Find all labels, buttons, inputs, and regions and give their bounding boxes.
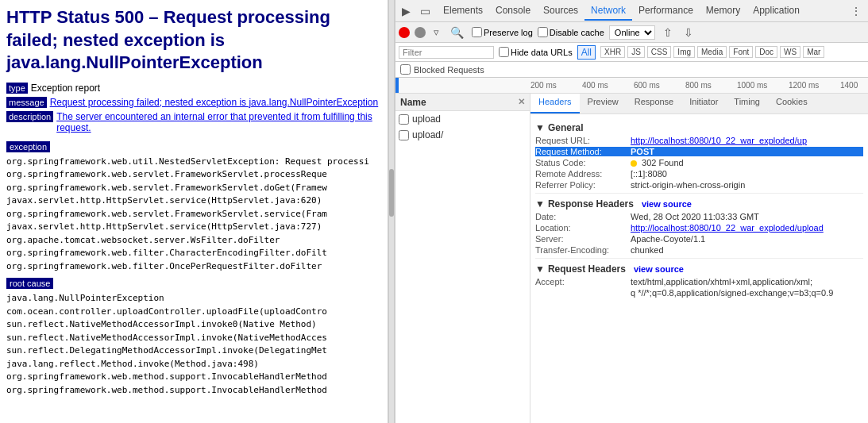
timeline-bar: 200 ms400 ms600 ms800 ms1000 ms1200 ms14…	[395, 78, 868, 94]
export-icon[interactable]: ⇧	[660, 25, 676, 40]
filter-input[interactable]	[399, 46, 494, 59]
timeline-tick: 1400	[840, 81, 868, 90]
filter-pill-ws[interactable]: WS	[780, 46, 800, 58]
inspect-icon[interactable]: ▶	[399, 3, 414, 19]
request-view-source[interactable]: view source	[634, 264, 684, 274]
type-row: type Exception report	[6, 83, 381, 94]
scrollbar-thumb[interactable]	[389, 169, 394, 217]
detail-tab-preview[interactable]: Preview	[580, 94, 627, 113]
tab-performance[interactable]: Performance	[632, 2, 700, 21]
timeline-progress	[395, 78, 399, 93]
accept2-row: q *//*;q=0.8,application/signed-exchange…	[535, 288, 863, 298]
divider2	[535, 258, 863, 259]
message-link[interactable]: Request processing failed; nested except…	[50, 97, 379, 108]
filter-bar: Hide data URLs All XHRJSCSSImgMediaFontD…	[395, 43, 868, 62]
details-body: ▼ General Request URL: http://localhost:…	[530, 114, 868, 302]
network-toolbar: ▿ 🔍 Preserve log Disable cache Online ⇧ …	[395, 22, 868, 43]
disable-cache-label[interactable]: Disable cache	[538, 27, 604, 37]
disable-cache-checkbox[interactable]	[538, 27, 548, 37]
devtools-top-bar: ▶ ▭ ElementsConsoleSourcesNetworkPerform…	[395, 0, 868, 22]
detail-tab-response[interactable]: Response	[627, 94, 682, 113]
message-value: Request processing failed; nested except…	[50, 97, 379, 108]
request-headers-title: ▼ Request Headers view source	[535, 263, 863, 275]
root-cause-trace: java.lang.NullPointerException com.ocean…	[6, 292, 381, 397]
timeline-tick: 400 ms	[582, 81, 634, 90]
server-row: Server: Apache-Coyote/1.1	[535, 234, 863, 244]
status-code-row: Status Code: 302 Found	[535, 158, 863, 167]
filter-all[interactable]: All	[577, 45, 596, 60]
divider1	[535, 193, 863, 194]
devtools-panel: ▶ ▭ ElementsConsoleSourcesNetworkPerform…	[395, 0, 868, 423]
name-checkbox-1[interactable]	[399, 130, 409, 140]
accept-row: Accept: text/html,application/xhtml+xml,…	[535, 277, 863, 286]
search-button[interactable]: 🔍	[447, 25, 467, 40]
filter-pill-font[interactable]: Font	[729, 46, 753, 58]
timeline-tick: 200 ms	[530, 81, 582, 90]
type-label: type	[6, 83, 28, 94]
top-tabs: ElementsConsoleSourcesNetworkPerformance…	[437, 2, 806, 21]
exception-label: exception	[6, 141, 50, 152]
description-value: The server encountered an internal error…	[56, 111, 381, 133]
timeline-tick: 600 ms	[634, 81, 685, 90]
detail-tab-timing[interactable]: Timing	[726, 94, 768, 113]
stop-button[interactable]	[415, 27, 426, 38]
name-checkbox-0[interactable]	[399, 114, 409, 125]
timeline-tick: 800 ms	[685, 81, 737, 90]
filter-pill-doc[interactable]: Doc	[755, 46, 777, 58]
tab-console[interactable]: Console	[489, 2, 537, 21]
page-title: HTTP Status 500 – Request processing fai…	[6, 6, 381, 75]
filter-button[interactable]: ▿	[430, 25, 442, 40]
import-icon[interactable]: ⇩	[681, 25, 696, 40]
preserve-log-checkbox[interactable]	[472, 27, 482, 37]
timeline-tick: 1200 ms	[789, 81, 840, 90]
date-row: Date: Wed, 28 Oct 2020 11:03:33 GMT	[535, 212, 863, 221]
request-headers-collapse[interactable]: ▼	[535, 263, 545, 275]
detail-tab-cookies[interactable]: Cookies	[768, 94, 816, 113]
throttle-select[interactable]: Online	[609, 25, 655, 40]
general-collapse[interactable]: ▼	[535, 122, 545, 133]
name-item-1[interactable]: upload/	[395, 127, 530, 143]
filter-pill-mar[interactable]: Mar	[803, 46, 824, 58]
general-section-title: ▼ General	[535, 122, 863, 133]
filter-pill-css[interactable]: CSS	[647, 46, 672, 58]
filter-pills: XHRJSCSSImgMediaFontDocWSMar	[600, 46, 824, 58]
name-list: uploadupload/	[395, 111, 530, 143]
device-icon[interactable]: ▭	[417, 3, 434, 19]
hide-data-urls-checkbox[interactable]	[499, 47, 509, 57]
root-cause-label: root cause	[6, 278, 53, 289]
description-link[interactable]: The server encountered an internal error…	[56, 111, 372, 133]
response-headers-title: ▼ Response Headers view source	[535, 198, 863, 210]
stack-trace: org.springframework.web.util.NestedServl…	[6, 156, 381, 274]
tab-sources[interactable]: Sources	[537, 2, 584, 21]
detail-tab-headers[interactable]: Headers	[530, 94, 580, 113]
record-button[interactable]	[399, 27, 410, 38]
scrollbar[interactable]	[388, 0, 395, 423]
details-tabs: HeadersPreviewResponseInitiatorTimingCoo…	[530, 94, 868, 114]
status-code-value: 302 Found	[642, 158, 684, 167]
filter-pill-media[interactable]: Media	[697, 46, 727, 58]
tab-elements[interactable]: Elements	[437, 2, 489, 21]
blocked-requests-checkbox[interactable]	[400, 64, 411, 75]
message-label: message	[6, 97, 47, 108]
referrer-policy-row: Referrer Policy: strict-origin-when-cros…	[535, 180, 863, 190]
filter-pill-js[interactable]: JS	[627, 46, 645, 58]
detail-tab-initiator[interactable]: Initiator	[681, 94, 726, 113]
close-details-button[interactable]: ✕	[518, 97, 525, 107]
location-row: Location: http://localhost:8080/10_22_wa…	[535, 223, 863, 233]
tab-application[interactable]: Application	[746, 2, 806, 21]
preserve-log-label[interactable]: Preserve log	[472, 27, 533, 37]
filter-pill-xhr[interactable]: XHR	[600, 46, 625, 58]
dots-menu[interactable]: ⋮	[847, 3, 865, 19]
tab-network[interactable]: Network	[584, 2, 632, 21]
name-item-0[interactable]: upload	[395, 111, 530, 127]
hide-data-urls-label[interactable]: Hide data URLs	[499, 47, 573, 57]
response-headers-collapse[interactable]: ▼	[535, 198, 545, 210]
response-view-source[interactable]: view source	[642, 199, 692, 209]
filter-pill-img[interactable]: Img	[673, 46, 695, 58]
tab-memory[interactable]: Memory	[700, 2, 746, 21]
remote-address-row: Remote Address: [::1]:8080	[535, 169, 863, 179]
main-content: Name ✕ uploadupload/ HeadersPreviewRespo…	[395, 94, 868, 423]
status-dot	[631, 160, 637, 167]
message-row: message Request processing failed; neste…	[6, 97, 381, 108]
name-panel: Name ✕ uploadupload/	[395, 94, 530, 423]
